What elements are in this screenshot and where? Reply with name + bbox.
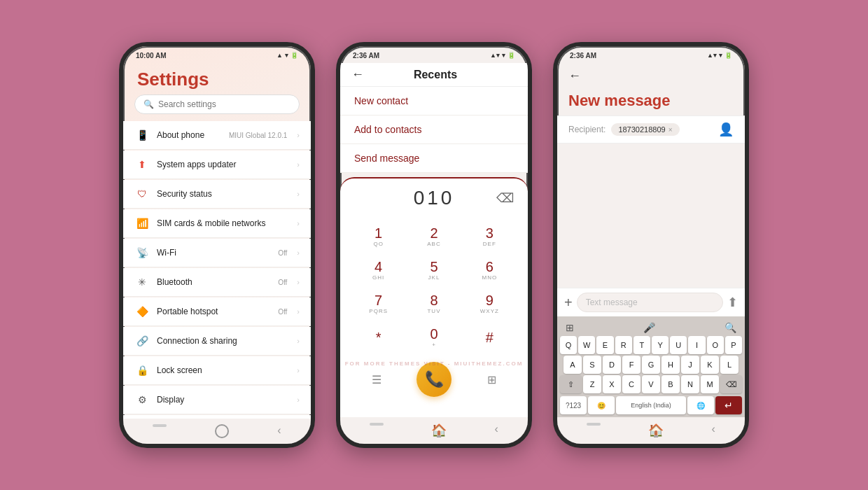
kb-key-n[interactable]: N (681, 375, 699, 393)
dial-key-6[interactable]: 6MNO (463, 254, 517, 286)
kb-key-s[interactable]: S (583, 356, 601, 374)
kb-num-key[interactable]: ?123 (560, 396, 587, 414)
kb-key-h[interactable]: H (662, 356, 680, 374)
dialer-menu-icon[interactable]: ☰ (372, 373, 382, 386)
msg-add-button[interactable]: + (564, 295, 573, 311)
sim-label: SIM cards & mobile networks (157, 218, 290, 228)
nav-home-3[interactable]: 🏠 (648, 423, 664, 438)
kb-backspace-key[interactable]: ⌫ (720, 375, 742, 393)
lock-arrow: › (297, 366, 300, 374)
kb-emoji-key[interactable]: 😊 (588, 396, 615, 414)
kb-key-w[interactable]: W (578, 336, 595, 354)
bt-badge: Off (278, 279, 287, 286)
kb-shift-key[interactable]: ⇧ (560, 375, 582, 393)
dialer-actions: ☰ 📞 ⊞ (340, 356, 528, 401)
dial-key-8[interactable]: 8TUV (407, 288, 461, 320)
dial-key-1[interactable]: 1QO (351, 220, 405, 253)
dial-key-7[interactable]: 7PQRS (351, 288, 405, 320)
kb-key-d[interactable]: D (603, 356, 621, 374)
kb-key-x[interactable]: X (603, 375, 621, 393)
kb-mic-icon[interactable]: 🎤 (643, 322, 655, 333)
search-input[interactable] (158, 99, 290, 109)
kb-key-c[interactable]: C (622, 375, 640, 393)
chip-remove-button[interactable]: × (668, 126, 673, 134)
recent-send-message[interactable]: Send message (340, 144, 528, 173)
nav-home-2[interactable]: 🏠 (431, 423, 447, 438)
dialer-delete-button[interactable]: ⌫ (496, 190, 514, 206)
kb-key-a[interactable]: A (564, 356, 582, 374)
settings-item-sim[interactable]: 📶 SIM cards & mobile networks › (123, 209, 311, 238)
status-icons-2: ▲▾ ▾ 🔋 (490, 52, 515, 59)
signal-icon-2: ▲▾ (490, 52, 500, 59)
dialer-back-button[interactable]: ← (351, 67, 364, 82)
keyboard-rows: Q W E R T Y U I O P A S D F G H J K (560, 336, 742, 414)
settings-item-sysapps[interactable]: ⬆ System apps updater › (123, 150, 311, 179)
hotspot-badge: Off (278, 308, 287, 316)
kb-emoji-icon[interactable]: ⊞ (566, 322, 574, 333)
dial-key-hash[interactable]: # (463, 321, 517, 354)
settings-item-display[interactable]: ⚙ Display › (123, 386, 311, 414)
settings-item-bt[interactable]: ✳ Bluetooth Off › (123, 268, 311, 297)
nav-home-1[interactable] (215, 424, 229, 438)
settings-item-connection[interactable]: 🔗 Connection & sharing › (123, 327, 311, 356)
dial-key-star[interactable]: * (351, 321, 405, 354)
nav-back-1[interactable]: ‹ (277, 424, 281, 438)
nav-recent-3[interactable] (587, 423, 601, 426)
nav-back-2[interactable]: ‹ (495, 423, 498, 438)
about-label: About phone (157, 130, 222, 140)
msg-send-button[interactable]: ⬆ (727, 295, 738, 310)
kb-key-t[interactable]: T (634, 336, 650, 354)
kb-key-b[interactable]: B (662, 375, 680, 393)
kb-key-j[interactable]: J (681, 356, 699, 374)
msg-recipient-row: Recipient: 18730218809 × 👤 (557, 115, 745, 144)
kb-key-g[interactable]: G (642, 356, 660, 374)
dialer-grid-icon[interactable]: ⊞ (487, 373, 496, 386)
phone-dialer: 2:36 AM ▲▾ ▾ 🔋 ← Recents New contact Add… (336, 42, 532, 448)
kb-key-r[interactable]: R (615, 336, 632, 354)
recent-new-contact[interactable]: New contact (340, 87, 528, 115)
kb-return-key[interactable]: ↵ (715, 396, 742, 414)
kb-key-e[interactable]: E (596, 336, 613, 354)
kb-key-v[interactable]: V (642, 375, 660, 393)
msg-body (557, 144, 745, 288)
nav-back-3[interactable]: ‹ (712, 423, 715, 438)
dial-key-5[interactable]: 5JKL (407, 254, 461, 286)
bt-arrow: › (297, 278, 300, 286)
dial-key-9[interactable]: 9WXYZ (463, 288, 517, 320)
sysapps-label: System apps updater (157, 160, 290, 169)
dial-key-3[interactable]: 3DEF (463, 220, 517, 253)
msg-text-input[interactable]: Text message (577, 293, 723, 312)
kb-key-z[interactable]: Z (583, 375, 601, 393)
kb-key-p[interactable]: P (725, 336, 742, 354)
dial-key-0[interactable]: 0+ (407, 321, 461, 354)
kb-key-y[interactable]: Y (652, 336, 668, 354)
kb-key-q[interactable]: Q (560, 336, 577, 354)
kb-key-m[interactable]: M (701, 375, 719, 393)
battery-icon-2: 🔋 (507, 52, 515, 59)
battery-icon: 🔋 (290, 52, 298, 59)
nav-recent-2[interactable] (370, 423, 384, 426)
kb-key-u[interactable]: U (670, 336, 687, 354)
kb-key-i[interactable]: I (688, 336, 705, 354)
search-bar[interactable]: 🔍 (134, 94, 300, 114)
dial-key-4[interactable]: 4GHI (351, 254, 405, 286)
phone-message: 2:36 AM ▲▾ ▾ 🔋 ← New message Recipient: … (553, 42, 749, 448)
settings-item-wifi[interactable]: 📡 Wi-Fi Off › (123, 239, 311, 267)
msg-back-button[interactable]: ← (568, 69, 581, 83)
settings-item-security[interactable]: 🛡 Security status › (123, 180, 311, 209)
kb-key-f[interactable]: F (622, 356, 640, 374)
dial-key-2[interactable]: 2ABC (407, 220, 461, 253)
recent-add-contacts[interactable]: Add to contacts (340, 115, 528, 144)
settings-item-lock[interactable]: 🔒 Lock screen › (123, 356, 311, 385)
kb-space-key[interactable]: English (India) (616, 396, 686, 414)
settings-item-hotspot[interactable]: 🔶 Portable hotspot Off › (123, 298, 311, 326)
nav-recent-1[interactable] (153, 424, 167, 427)
dial-call-button[interactable]: 📞 (416, 362, 451, 397)
add-contact-icon[interactable]: 👤 (718, 122, 734, 137)
kb-globe-key[interactable]: 🌐 (687, 396, 714, 414)
kb-key-o[interactable]: O (707, 336, 724, 354)
kb-search-icon[interactable]: 🔍 (724, 322, 736, 333)
kb-key-k[interactable]: K (701, 356, 719, 374)
kb-key-l[interactable]: L (720, 356, 738, 374)
settings-item-about[interactable]: 📱 About phone MIUI Global 12.0.1 › (123, 121, 311, 150)
